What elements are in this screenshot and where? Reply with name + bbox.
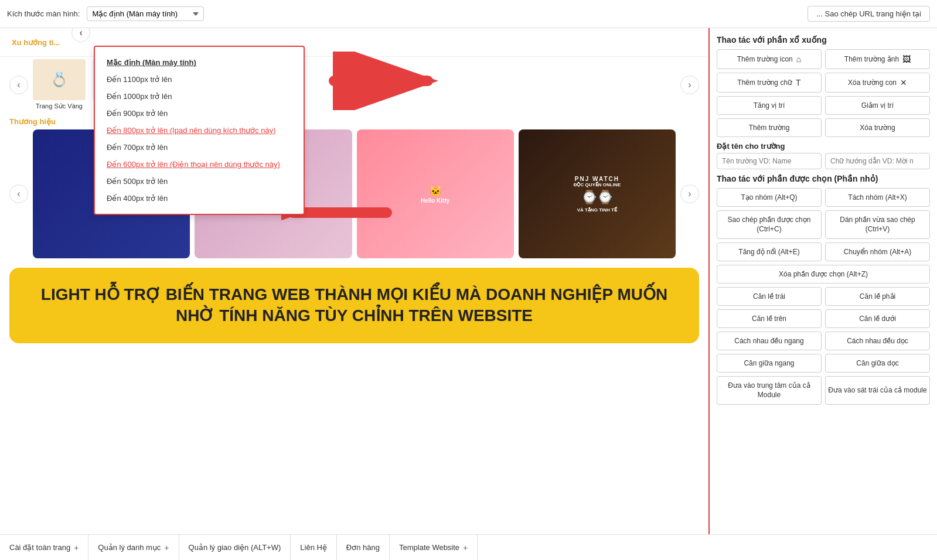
btn-decrease-pos[interactable]: Giảm vị trí bbox=[825, 96, 930, 115]
brand-pnj-watch: PNJ WATCH ĐỘC QUYỀN ONLINE ⌚⌚ VÀ TẶNG TI… bbox=[519, 129, 676, 258]
btn-space-horiz[interactable]: Cách nhau đều ngang bbox=[717, 332, 822, 350]
bottom-bar-settings[interactable]: Cài đặt toàn trang + bbox=[0, 535, 88, 560]
btn-center-module[interactable]: Đưa vào trung tâm của cả Module bbox=[717, 376, 822, 405]
bottom-bar-category[interactable]: Quản lý danh mục + bbox=[88, 535, 179, 560]
text-icon: T bbox=[796, 78, 801, 87]
dropdown-item-8[interactable]: Đến 400px trở lên bbox=[95, 190, 304, 207]
btn-align-top[interactable]: Căn lề trên bbox=[717, 309, 822, 328]
dropdown-item-0[interactable]: Mặc định (Màn máy tính) bbox=[95, 54, 304, 71]
btn-paste-part[interactable]: Dán phần vừa sao chép (Ctrl+V) bbox=[825, 210, 930, 239]
dropdown-item-6[interactable]: Đến 600px trở lên (Điện thoại nên dùng t… bbox=[95, 156, 304, 173]
carousel-prev-btn[interactable]: ‹ bbox=[9, 76, 28, 94]
btn-center-horiz[interactable]: Căn giữa ngang bbox=[717, 354, 822, 373]
category-label: Quản lý danh mục bbox=[98, 543, 161, 552]
btn-align-bottom[interactable]: Căn lề dưới bbox=[825, 309, 930, 328]
field-name-inputs bbox=[717, 153, 930, 169]
btn-delete-child[interactable]: Xóa trường con ✕ bbox=[825, 73, 930, 93]
image-icon: 🖼 bbox=[902, 54, 911, 64]
product-name: Trang Sức Vàng bbox=[33, 103, 86, 110]
bottom-bar: Cài đặt toàn trang + Quản lý danh mục + … bbox=[0, 534, 937, 560]
btn-left-module[interactable]: Đưa vào sát trái của cả module bbox=[825, 376, 930, 405]
settings-plus-icon: + bbox=[74, 543, 79, 552]
field-name-label: Đặt tên cho trường bbox=[717, 142, 930, 151]
dropdown-item-5[interactable]: Đến 700px trở lên bbox=[95, 139, 304, 156]
btn-add-field[interactable]: Thêm trường bbox=[717, 118, 822, 137]
section2-title: Thao tác với phần được chọn (Phần nhỏ) bbox=[717, 174, 930, 183]
btn-move-group[interactable]: Chuyển nhóm (Alt+A) bbox=[825, 243, 930, 261]
template-label: Template Website bbox=[399, 543, 459, 552]
product-item: 💍 Trang Sức Vàng bbox=[33, 59, 86, 110]
content-area: Xu hướng ti... ‹ ‹ 💍 Trang Sức Vàng ✨ Bô… bbox=[0, 28, 708, 534]
main-area: Xu hướng ti... ‹ ‹ 💍 Trang Sức Vàng ✨ Bô… bbox=[0, 28, 937, 534]
brand-next-btn[interactable]: › bbox=[680, 185, 699, 203]
dropdown-item-1[interactable]: Đến 1100px trở lên bbox=[95, 71, 304, 88]
contact-label: Liên Hệ bbox=[300, 543, 327, 552]
btn-create-group[interactable]: Tạo nhóm (Alt+Q) bbox=[717, 188, 822, 207]
btn-align-left[interactable]: Căn lề trái bbox=[717, 287, 822, 306]
product-image: 💍 bbox=[33, 59, 86, 100]
btn-add-icon[interactable]: Thêm trường icon ⌂ bbox=[717, 49, 822, 69]
bottom-bar-interface[interactable]: Quản lý giao diện (ALT+W) bbox=[179, 535, 291, 560]
template-plus-icon: + bbox=[463, 543, 468, 552]
field-name-input[interactable] bbox=[717, 153, 822, 169]
copy-url-button[interactable]: ... Sao chép URL trang hiện tại bbox=[807, 6, 930, 22]
bottom-bar-contact[interactable]: Liên Hệ bbox=[291, 535, 337, 560]
right-panel: Thao tác với phần xổ xuống Thêm trường i… bbox=[708, 28, 937, 534]
banner-text: LIGHT HỖ TRỢ BIẾN TRANG WEB THÀNH MỌI KI… bbox=[27, 284, 682, 327]
settings-label: Cài đặt toàn trang bbox=[9, 543, 70, 552]
top-bar: Kích thước màn hình: Mặc định (Màn máy t… bbox=[0, 0, 937, 28]
btn-space-vert[interactable]: Cách nhau đều dọc bbox=[825, 332, 930, 350]
btn-delete-selected[interactable]: Xóa phần được chọn (Alt+Z) bbox=[717, 265, 930, 284]
btn-add-image[interactable]: Thêm trường ảnh 🖼 bbox=[825, 49, 930, 69]
btn-copy-part[interactable]: Sao chép phần được chọn (Ctrl+C) bbox=[717, 210, 822, 239]
dropdown-item-2[interactable]: Đến 1000px trở lên bbox=[95, 88, 304, 105]
btn-add-text[interactable]: Thêm trường chữ T bbox=[717, 73, 822, 93]
section2-btn-grid: Tạo nhóm (Alt+Q) Tách nhóm (Alt+X) Sao c… bbox=[717, 188, 930, 405]
bottom-bar-orders[interactable]: Đơn hàng bbox=[337, 535, 390, 560]
screen-size-select[interactable]: Mặc định (Màn máy tính) bbox=[87, 6, 204, 21]
btn-boost[interactable]: Tăng độ nổi (Alt+E) bbox=[717, 243, 822, 261]
carousel-nav-left[interactable]: ‹ bbox=[71, 28, 90, 42]
section1-title: Thao tác với phần xổ xuống bbox=[717, 35, 930, 45]
close-icon: ✕ bbox=[900, 78, 907, 87]
home-icon: ⌂ bbox=[796, 54, 801, 64]
trending-title: Xu hướng ti... bbox=[12, 38, 60, 47]
field-hint-input[interactable] bbox=[825, 153, 930, 169]
arrow-right bbox=[322, 52, 439, 110]
section1-btn-grid: Thêm trường icon ⌂ Thêm trường ảnh 🖼 Thê… bbox=[717, 49, 930, 137]
btn-delete-field[interactable]: Xóa trường bbox=[825, 118, 930, 137]
interface-label: Quản lý giao diện (ALT+W) bbox=[189, 543, 281, 552]
yellow-banner: LIGHT HỖ TRỢ BIẾN TRANG WEB THÀNH MỌI KI… bbox=[9, 268, 699, 343]
btn-center-vert[interactable]: Căn giữa dọc bbox=[825, 354, 930, 373]
btn-split-group[interactable]: Tách nhóm (Alt+X) bbox=[825, 188, 930, 207]
carousel-next-btn[interactable]: › bbox=[680, 76, 699, 94]
brand-prev-btn[interactable]: ‹ bbox=[9, 185, 28, 203]
category-plus-icon: + bbox=[164, 543, 169, 552]
dropdown-item-3[interactable]: Đến 900px trở lên bbox=[95, 105, 304, 122]
btn-align-right[interactable]: Căn lề phải bbox=[825, 287, 930, 306]
bottom-bar-template[interactable]: Template Website + bbox=[390, 535, 478, 560]
field-name-row: Đặt tên cho trường bbox=[717, 142, 930, 169]
orders-label: Đơn hàng bbox=[346, 543, 380, 552]
screen-size-label: Kích thước màn hình: bbox=[7, 9, 80, 18]
btn-increase-pos[interactable]: Tăng vị trí bbox=[717, 96, 822, 115]
dropdown-item-7[interactable]: Đến 500px trở lên bbox=[95, 173, 304, 190]
dropdown-item-4[interactable]: Đến 800px trở lên (Ipad nên dùng kích th… bbox=[95, 122, 304, 139]
screen-size-dropdown[interactable]: Mặc định (Màn máy tính) Đến 1100px trở l… bbox=[94, 46, 305, 215]
